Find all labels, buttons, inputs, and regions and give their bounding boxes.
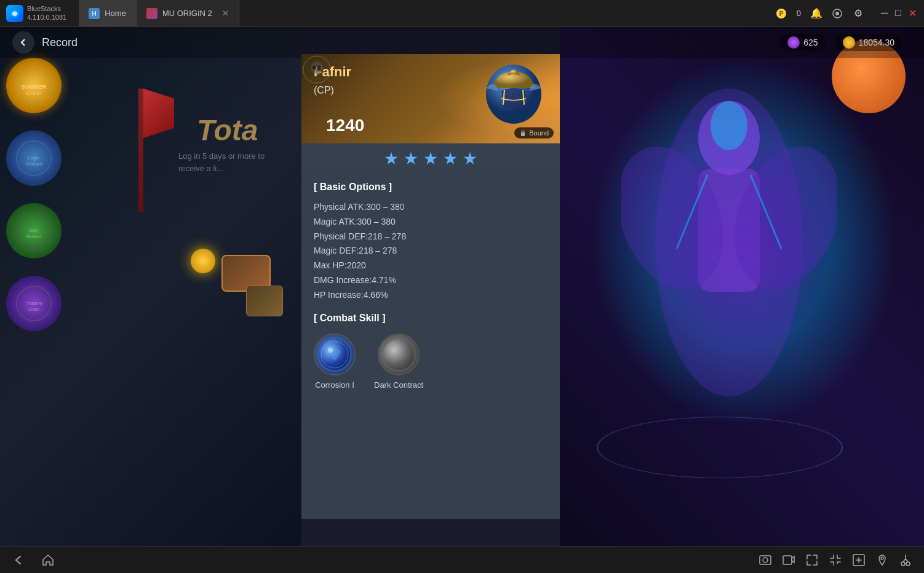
- combat-skill-header: [ Combat Skill ]: [314, 313, 548, 324]
- stat-physical-atk: Physical ATK:300 – 380: [314, 200, 548, 215]
- svg-point-25: [711, 101, 747, 150]
- aura-ring: [597, 417, 843, 478]
- game-header: Record 625 18054.30: [0, 27, 924, 58]
- notification-icon[interactable]: 🔔: [811, 8, 822, 19]
- star-1: [384, 152, 398, 166]
- star-5: [463, 152, 477, 166]
- svg-point-41: [901, 562, 905, 566]
- svg-point-42: [906, 562, 910, 566]
- sys-screenshot-icon[interactable]: [757, 551, 774, 569]
- sidebar-badge-2[interactable]: Login Reward: [6, 130, 62, 186]
- minimize-button[interactable]: ─: [881, 7, 888, 19]
- bluestacks-icon: [6, 5, 23, 22]
- maximize-button[interactable]: □: [895, 7, 901, 19]
- svg-text:P: P: [779, 10, 783, 17]
- item-cp-value: 1240: [326, 116, 364, 135]
- stat-hp-increase: HP Increase:4.66%: [314, 288, 548, 303]
- svg-text:EVENT: EVENT: [26, 90, 42, 96]
- login-text: Log in 5 days or more to receive a li...: [178, 150, 271, 174]
- close-button[interactable]: ✕: [909, 7, 917, 19]
- sys-compress-icon[interactable]: [827, 551, 844, 569]
- flag-pole: [138, 89, 143, 212]
- item-cp-label: (CP): [314, 85, 334, 96]
- sys-location-icon[interactable]: [874, 551, 891, 569]
- svg-text:Login: Login: [28, 155, 40, 161]
- bound-badge: Bound: [514, 127, 554, 138]
- sys-record-icon[interactable]: [780, 551, 797, 569]
- taskbar-tabs: H Home MU ORIGIN 2 ✕: [79, 0, 239, 26]
- card-header: Fafnir 1240 (CP): [301, 54, 560, 143]
- sys-fullscreen-icon[interactable]: [850, 551, 867, 569]
- svg-rect-38: [783, 556, 792, 564]
- sys-cut-icon[interactable]: [897, 551, 914, 569]
- combat-skill-section: [ Combat Skill ]: [314, 313, 548, 390]
- dark-contract-label: Dark Contract: [374, 380, 423, 390]
- svg-text:Reward: Reward: [26, 234, 41, 239]
- sys-back-icon[interactable]: [10, 551, 27, 569]
- star-row: [301, 143, 560, 170]
- stat-magic-def: Magic DEF:218 – 278: [314, 244, 548, 258]
- left-background: SUMMER EVENT Login Reward Daily Reward: [0, 27, 301, 546]
- svg-text:H: H: [92, 10, 97, 17]
- corrosion-label: Corrosion I: [315, 380, 354, 390]
- total-text: Tota: [197, 113, 258, 147]
- svg-rect-36: [760, 556, 771, 564]
- star-2: [404, 152, 418, 166]
- sidebar-badge-4[interactable]: Treasure Chest: [6, 276, 62, 331]
- sidebar: SUMMER EVENT Login Reward Daily Reward: [6, 58, 62, 331]
- character-silhouette: [621, 64, 837, 421]
- svg-text:Daily: Daily: [29, 228, 39, 233]
- svg-point-7: [835, 12, 839, 15]
- tab-close-icon[interactable]: ✕: [222, 9, 229, 18]
- card-content: [ Basic Options ] Physical ATK:300 – 380…: [301, 170, 560, 519]
- coin-decoration: [191, 249, 215, 273]
- sys-bar-left: [10, 551, 57, 569]
- sidebar-badge-3[interactable]: Daily Reward: [6, 203, 62, 258]
- stat-dmg-increase: DMG Increase:4.71%: [314, 273, 548, 288]
- stat-physical-def: Physical DEF:218 – 278: [314, 230, 548, 244]
- item-image: [480, 60, 548, 128]
- header-title: Record: [42, 36, 78, 49]
- tab-mu-origin[interactable]: MU ORIGIN 2 ✕: [137, 0, 239, 26]
- svg-rect-29: [521, 132, 525, 136]
- bound-label: Bound: [529, 129, 549, 137]
- skill-icons-row: Corrosion I: [314, 334, 548, 390]
- corrosion-orb: [319, 339, 350, 370]
- sys-home-icon[interactable]: [39, 551, 57, 569]
- sidebar-badge-1[interactable]: SUMMER EVENT: [6, 58, 62, 113]
- gold-amount: 18054.30: [859, 38, 894, 47]
- item-card-panel: Fafnir 1240 (CP): [301, 54, 560, 519]
- dark-contract-orb: [383, 339, 414, 370]
- gold-coin-icon: [843, 36, 855, 49]
- system-bar: [0, 546, 924, 573]
- window-controls: ─ □ ✕: [874, 7, 917, 19]
- bluestacks-logo: BlueStacks 4.110.0.1081: [0, 5, 73, 22]
- record-icon[interactable]: [832, 8, 843, 19]
- bottom-spacer: [314, 390, 548, 513]
- header-right: 625 18054.30: [780, 34, 912, 51]
- right-background: [560, 27, 924, 546]
- corrosion-icon-bg: [314, 334, 356, 375]
- coin-amount: 0: [797, 9, 801, 18]
- skill-corrosion[interactable]: Corrosion I: [314, 334, 356, 390]
- back-button[interactable]: [12, 31, 34, 54]
- basic-options-section: [ Basic Options ] Physical ATK:300 – 380…: [314, 182, 548, 303]
- svg-text:SUMMER: SUMMER: [22, 84, 46, 90]
- svg-text:Chest: Chest: [28, 307, 39, 311]
- taskbar-right: P 0 🔔 ⚙ ─ □ ✕: [776, 7, 924, 19]
- sys-expand-icon[interactable]: [803, 551, 821, 569]
- bluestacks-text: BlueStacks 4.110.0.1081: [27, 5, 66, 21]
- basic-options-header: [ Basic Options ]: [314, 182, 548, 193]
- mu-origin-icon: [146, 8, 157, 19]
- settings-icon[interactable]: ⚙: [853, 8, 864, 19]
- purple-gem-icon: [787, 36, 800, 49]
- svg-point-31: [328, 348, 333, 353]
- tab-home[interactable]: H Home: [79, 0, 137, 26]
- purple-amount: 625: [803, 38, 818, 47]
- gold-currency: 18054.30: [835, 34, 902, 51]
- sys-bar-right: [757, 551, 914, 569]
- skill-dark-contract[interactable]: Dark Contract: [374, 334, 423, 390]
- svg-point-40: [881, 557, 883, 559]
- coin-icon: P: [776, 8, 787, 19]
- purple-currency: 625: [780, 34, 825, 51]
